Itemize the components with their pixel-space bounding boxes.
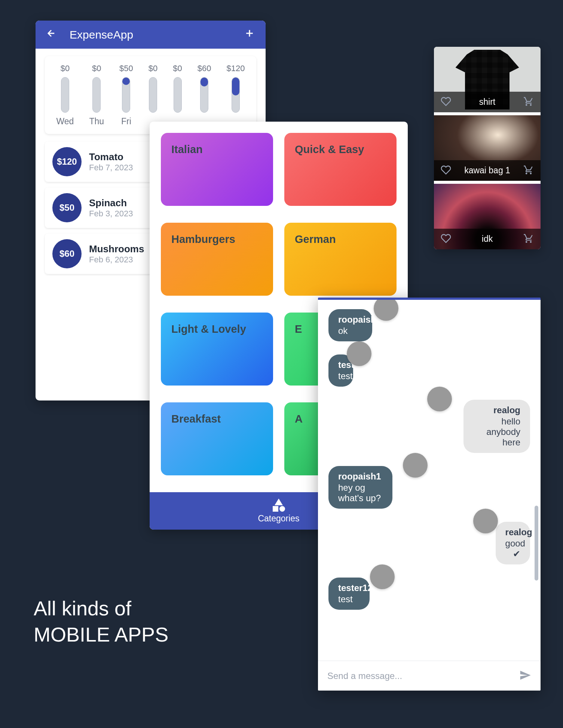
cart-icon[interactable] [523,233,534,245]
message-text: hello anybody here [473,416,520,448]
expense-date: Feb 6, 2023 [89,255,144,265]
message-text: test [338,594,360,604]
product-bar: kawai bag 1 [434,160,541,181]
chart-amount: $0 [92,64,101,73]
shop-item[interactable]: idk [434,184,541,249]
category-tile[interactable]: German [284,223,397,296]
chart-amount: $60 [198,64,211,73]
message-text: test [338,371,343,381]
chart-column: $60 [198,64,211,127]
shop-item[interactable]: shirt [434,47,541,112]
categories-icon [273,499,285,512]
expense-name: Mushrooms [89,243,144,255]
message-text: hey og what's up? [338,482,383,503]
chart-bar [149,77,157,113]
product-image: idk [434,184,541,249]
category-tile[interactable]: Italian [161,133,273,206]
message-user: roopaish1 [338,314,362,325]
avatar[interactable] [347,341,371,366]
chart-day: Thu [89,116,104,127]
category-tile[interactable]: Light & Lovely [161,313,273,386]
message-user: realog [505,527,520,537]
message-bubble: roopaish1 hey og what's up? [328,466,392,509]
chart-day: Wed [56,116,74,127]
product-title: idk [482,234,493,244]
product-title: shirt [479,97,495,107]
back-icon[interactable] [46,28,56,41]
chart-amount: $0 [149,64,157,73]
chart-amount: $50 [119,64,133,73]
message-user: realog [473,405,520,415]
chart-column: $0 [173,64,182,127]
product-image: shirt [434,47,541,112]
chat-message: tester123 test [328,578,530,610]
chart-bar [232,77,240,113]
shop-item[interactable]: kawai bag 1 [434,115,541,181]
chart-bar [200,77,208,113]
product-image: kawai bag 1 [434,115,541,181]
heart-icon[interactable] [441,96,451,108]
avatar[interactable] [473,509,498,533]
cart-icon[interactable] [523,96,534,108]
message-bubble: realog hello anybody here [463,400,530,453]
message-text: good ✔ [505,538,520,559]
chat-message: roopaish1 ok [328,309,530,341]
scrollbar[interactable] [535,506,538,581]
message-user: tester123 [338,583,360,593]
message-user: test [338,360,343,370]
expense-date: Feb 7, 2023 [89,163,133,173]
chart-bar [174,77,182,113]
expense-amount-badge: $50 [52,193,82,222]
send-icon[interactable] [519,669,531,683]
chart-amount: $0 [61,64,70,73]
expense-amount-badge: $60 [52,239,82,268]
nav-label: Categories [258,514,299,524]
chat-message: roopaish1 hey og what's up? [328,466,530,509]
chart-bar [61,77,69,113]
product-bar: idk [434,229,541,249]
chart-column: $50 Fri [119,64,133,127]
product-bar: shirt [434,92,541,112]
shop-app-screen: shirt kawai bag 1 idk [434,47,541,249]
product-title: kawai bag 1 [464,165,510,176]
chat-app-screen: roopaish1 ok test test realog hello anyb… [318,298,541,691]
avatar[interactable] [403,453,428,478]
chart-amount: $0 [173,64,182,73]
chat-input-bar [318,661,541,691]
heart-icon[interactable] [441,165,451,177]
cart-icon[interactable] [523,165,534,177]
tagline-line1: All kinds of [34,595,168,621]
category-tile[interactable]: Hamburgers [161,223,273,296]
chat-message: realog hello anybody here [328,400,530,453]
chart-column: $120 [227,64,245,127]
chart-column: $0 Thu [89,64,104,127]
tagline-line2: MOBILE APPS [34,621,168,648]
message-bubble: realog good ✔ [496,522,530,564]
message-bubble: roopaish1 ok [328,309,372,341]
chart-column: $0 [149,64,157,127]
tagline: All kinds of MOBILE APPS [34,595,168,648]
expense-name: Tomato [89,151,133,163]
message-bubble: tester123 test [328,578,370,610]
avatar[interactable] [370,564,395,589]
chart-bar [122,77,130,113]
chat-message: realog good ✔ [328,522,530,564]
expense-date: Feb 3, 2023 [89,209,133,219]
message-input[interactable] [327,671,514,681]
heart-icon[interactable] [441,233,451,245]
expense-amount-badge: $120 [52,147,82,176]
expense-name: Spinach [89,197,133,209]
chat-message: test test [328,354,530,387]
chart-column: $0 Wed [56,64,74,127]
add-icon[interactable] [244,28,255,42]
chat-messages: roopaish1 ok test test realog hello anyb… [318,300,541,661]
category-tile[interactable]: Quick & Easy [284,133,397,206]
avatar[interactable] [427,387,452,411]
chart-day: Fri [121,116,131,127]
app-title: ExpenseApp [70,28,133,41]
message-text: ok [338,326,362,336]
chart-bar [92,77,101,113]
category-tile[interactable]: Breakfast [161,402,273,475]
expense-header: ExpenseApp [36,21,266,49]
chart-amount: $120 [227,64,245,73]
